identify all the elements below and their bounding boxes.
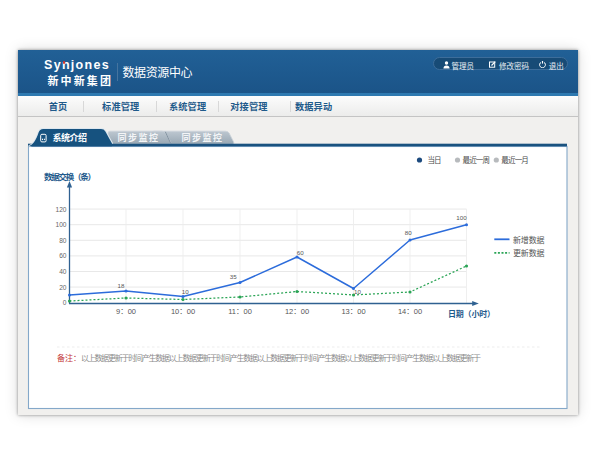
svg-text:0: 0 xyxy=(63,297,67,307)
svg-text:14：00: 14：00 xyxy=(398,305,422,316)
svg-text:最近一周: 最近一周 xyxy=(463,154,491,165)
svg-text:80: 80 xyxy=(59,235,67,245)
svg-text:更新数据: 更新数据 xyxy=(513,247,545,258)
svg-text:9：00: 9：00 xyxy=(116,305,136,316)
svg-text:同步监控: 同步监控 xyxy=(182,131,223,144)
svg-text:最近一月: 最近一月 xyxy=(501,154,529,165)
svg-text:120: 120 xyxy=(55,204,66,214)
svg-text:100: 100 xyxy=(456,213,467,222)
svg-text:40: 40 xyxy=(59,266,67,276)
svg-text:11：00: 11：00 xyxy=(228,305,252,316)
svg-text:13：00: 13：00 xyxy=(341,305,365,316)
svg-text:新增数据: 新增数据 xyxy=(513,234,545,245)
svg-text:以上数据更新于时间产生数据以上数据更新于时间产生数据以上数据: 以上数据更新于时间产生数据以上数据更新于时间产生数据以上数据更新于时间产生数据以… xyxy=(81,352,481,363)
svg-text:10: 10 xyxy=(182,287,189,296)
svg-text:100: 100 xyxy=(55,219,66,229)
svg-text:数据交换（条）: 数据交换（条） xyxy=(44,170,96,182)
svg-text:35: 35 xyxy=(230,272,237,281)
svg-text:12：00: 12：00 xyxy=(285,305,309,316)
svg-text:60: 60 xyxy=(59,250,67,260)
svg-text:10: 10 xyxy=(354,287,361,296)
svg-text:备注：: 备注： xyxy=(57,352,81,363)
svg-text:10：00: 10：00 xyxy=(171,305,195,316)
svg-text:当日: 当日 xyxy=(428,154,442,165)
svg-text:系统介绍: 系统介绍 xyxy=(53,131,88,144)
svg-text:18: 18 xyxy=(118,281,125,290)
svg-text:同步监控: 同步监控 xyxy=(118,131,159,144)
svg-text:80: 80 xyxy=(405,228,412,237)
svg-text:日期（小时）: 日期（小时） xyxy=(448,308,495,319)
svg-text:60: 60 xyxy=(297,248,304,257)
svg-text:20: 20 xyxy=(59,282,67,292)
